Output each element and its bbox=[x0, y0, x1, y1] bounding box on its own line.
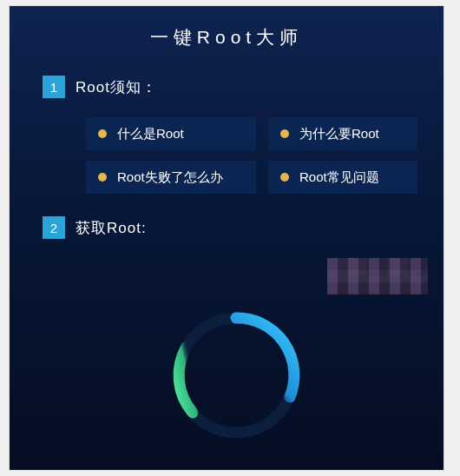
section-root-notice: 1 Root须知： 什么是Root 为什么要Root Root失败了怎么办 Ro… bbox=[10, 76, 444, 194]
obscured-region bbox=[327, 258, 428, 294]
bullet-icon bbox=[98, 173, 107, 182]
step-badge-1: 1 bbox=[43, 76, 65, 98]
section-get-root: 2 获取Root: bbox=[10, 216, 444, 239]
topic-root-failed[interactable]: Root失败了怎么办 bbox=[86, 161, 256, 194]
topic-what-is-root[interactable]: 什么是Root bbox=[86, 117, 256, 150]
topic-label: Root失败了怎么办 bbox=[117, 169, 223, 186]
spinner-icon bbox=[162, 301, 310, 449]
section-title-1: Root须知： bbox=[76, 77, 157, 97]
topic-label: 什么是Root bbox=[117, 126, 184, 142]
topic-why-root[interactable]: 为什么要Root bbox=[268, 117, 417, 150]
section-title-2: 获取Root: bbox=[76, 218, 147, 238]
app-panel: 一键Root大师 1 Root须知： 什么是Root 为什么要Root Root… bbox=[9, 5, 444, 471]
topic-label: 为什么要Root bbox=[299, 126, 379, 142]
section-header-1: 1 Root须知： bbox=[43, 76, 444, 98]
section-header-2: 2 获取Root: bbox=[43, 216, 444, 239]
page-title: 一键Root大师 bbox=[10, 6, 444, 50]
topic-label: Root常见问题 bbox=[299, 169, 379, 186]
loading-spinner bbox=[162, 301, 310, 449]
bullet-icon bbox=[280, 173, 289, 182]
topic-button-grid: 什么是Root 为什么要Root Root失败了怎么办 Root常见问题 bbox=[86, 117, 444, 194]
bullet-icon bbox=[280, 129, 289, 138]
topic-root-faq[interactable]: Root常见问题 bbox=[268, 161, 417, 194]
step-badge-2: 2 bbox=[43, 216, 65, 239]
bullet-icon bbox=[98, 129, 107, 138]
